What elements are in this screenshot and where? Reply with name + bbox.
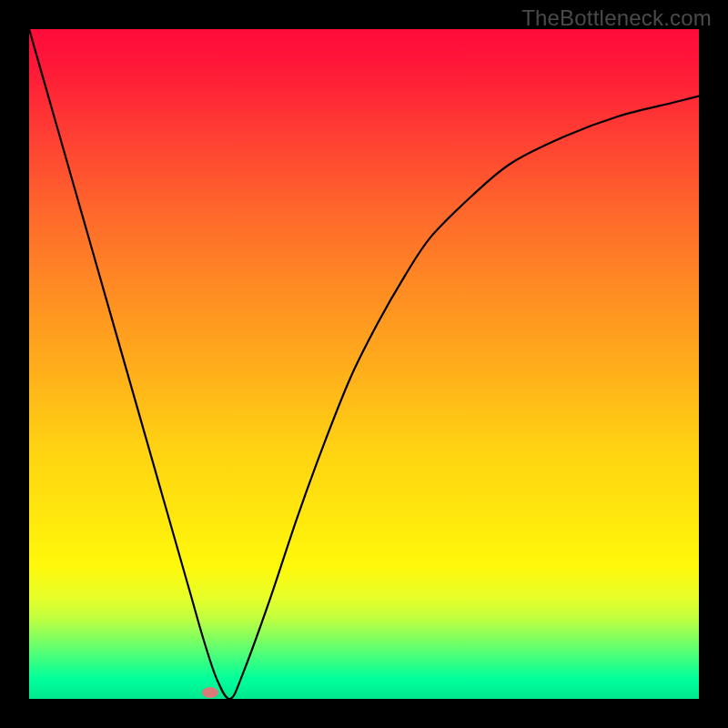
watermark-text: TheBottleneck.com <box>521 5 712 31</box>
bottleneck-curve <box>29 29 699 699</box>
minimum-marker <box>202 687 218 698</box>
chart-frame: TheBottleneck.com <box>0 0 728 728</box>
plot-area <box>29 29 699 699</box>
